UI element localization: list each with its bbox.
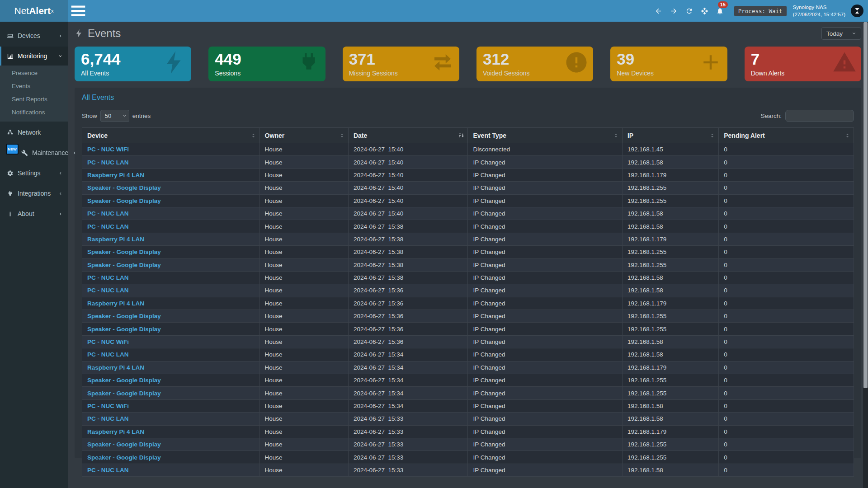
submenu-item-sent-reports[interactable]: Sent Reports xyxy=(0,93,68,106)
device-link[interactable]: Speaker - Google Display xyxy=(82,387,260,399)
nav-back-button[interactable] xyxy=(651,0,666,22)
card-sessions[interactable]: 449 Sessions xyxy=(208,47,325,81)
ip-cell: 192.168.1.255 xyxy=(622,323,718,335)
column-header-type[interactable]: Event Type xyxy=(468,128,622,143)
device-link[interactable]: Speaker - Google Display xyxy=(82,374,260,387)
column-header-owner[interactable]: Owner xyxy=(259,128,348,143)
page-scrollbar-track[interactable] xyxy=(863,22,868,488)
laptop-icon xyxy=(7,33,14,39)
card-missing-sessions[interactable]: 371 Missing Sessions xyxy=(343,47,459,81)
avatar-icon xyxy=(854,7,861,14)
entries-select[interactable]: 50 xyxy=(100,110,129,122)
device-link[interactable]: PC - NUC WiFi xyxy=(82,143,260,156)
sidebar-item-integrations[interactable]: Integrations xyxy=(0,184,68,203)
event-type-cell: IP Changed xyxy=(468,425,622,438)
table-row: Raspberry Pi 4 LAN House 2024-06-27 15:3… xyxy=(82,425,854,438)
pending-alert-cell: 0 xyxy=(719,156,854,169)
nav-forward-button[interactable] xyxy=(666,0,682,22)
nav-refresh-button[interactable] xyxy=(682,0,697,22)
stat-cards: 6,744 All Events 449 Sessions 371 Missin… xyxy=(68,42,868,88)
sidebar-item-label: Network xyxy=(18,129,41,136)
pending-alert-cell: 0 xyxy=(719,335,854,348)
sidebar-item-devices[interactable]: Devices xyxy=(0,26,68,45)
column-label: IP xyxy=(627,132,633,139)
app-logo[interactable]: NetAlertx xyxy=(0,0,68,22)
table-row: PC - NUC LAN House 2024-06-27 15:38 IP C… xyxy=(82,220,854,233)
submenu-item-presence[interactable]: Presence xyxy=(0,66,68,80)
card-voided-sessions[interactable]: 312 Voided Sessions xyxy=(476,47,593,81)
owner-cell: House xyxy=(259,399,348,412)
device-link[interactable]: PC - NUC WiFi xyxy=(82,335,260,348)
column-header-date[interactable]: Date xyxy=(348,128,468,143)
card-all-events[interactable]: 6,744 All Events xyxy=(75,47,191,81)
card-new-devices[interactable]: 39 New Devices xyxy=(610,47,727,81)
event-type-cell: IP Changed xyxy=(468,169,622,181)
event-type-cell: IP Changed xyxy=(468,323,622,335)
device-link[interactable]: Speaker - Google Display xyxy=(82,246,260,258)
table-row: Raspberry Pi 4 LAN House 2024-06-27 15:3… xyxy=(82,297,854,310)
device-link[interactable]: Speaker - Google Display xyxy=(82,438,260,450)
sidebar-item-about[interactable]: About xyxy=(0,204,68,223)
device-link[interactable]: Raspberry Pi 4 LAN xyxy=(82,297,260,310)
device-link[interactable]: PC - NUC LAN xyxy=(82,284,260,297)
sidebar-item-label: About xyxy=(18,210,34,217)
device-link[interactable]: Speaker - Google Display xyxy=(82,310,260,323)
submenu-item-notifications[interactable]: Notifications xyxy=(0,106,68,119)
pending-alert-cell: 0 xyxy=(719,194,854,207)
pending-alert-cell: 0 xyxy=(719,220,854,233)
nav-fullscreen-button[interactable] xyxy=(697,0,712,22)
device-link[interactable]: PC - NUC LAN xyxy=(82,156,260,169)
owner-cell: House xyxy=(259,374,348,387)
user-avatar[interactable] xyxy=(851,5,863,17)
plug-icon xyxy=(7,190,14,197)
submenu-item-events[interactable]: Events xyxy=(0,80,68,93)
device-link[interactable]: Raspberry Pi 4 LAN xyxy=(82,361,260,374)
date-cell: 2024-06-27 15:33 xyxy=(348,425,468,438)
notifications-button[interactable]: 15 xyxy=(712,0,728,22)
ip-cell: 192.168.1.58 xyxy=(622,413,718,425)
page-scrollbar-thumb[interactable] xyxy=(863,22,868,388)
device-link[interactable]: PC - NUC LAN xyxy=(82,464,260,476)
device-link[interactable]: Raspberry Pi 4 LAN xyxy=(82,425,260,438)
chevron-down-icon xyxy=(852,31,856,36)
owner-cell: House xyxy=(259,220,348,233)
sidebar-item-settings[interactable]: Settings xyxy=(0,164,68,183)
device-link[interactable]: PC - NUC LAN xyxy=(82,220,260,233)
date-cell: 2024-06-27 15:40 xyxy=(348,207,468,220)
date-cell: 2024-06-27 15:40 xyxy=(348,156,468,169)
table-row: PC - NUC LAN House 2024-06-27 15:40 IP C… xyxy=(82,207,854,220)
section-title: All Events xyxy=(75,88,861,103)
event-type-cell: Disconnected xyxy=(468,143,622,156)
date-cell: 2024-06-27 15:36 xyxy=(348,297,468,310)
device-link[interactable]: PC - NUC LAN xyxy=(82,271,260,284)
ip-cell: 192.168.1.179 xyxy=(622,297,718,310)
pending-alert-cell: 0 xyxy=(719,348,854,361)
device-link[interactable]: PC - NUC LAN xyxy=(82,413,260,425)
device-link[interactable]: Raspberry Pi 4 LAN xyxy=(82,233,260,245)
search-input[interactable] xyxy=(785,110,854,122)
device-link[interactable]: Raspberry Pi 4 LAN xyxy=(82,169,260,181)
sidebar-item-monitoring[interactable]: Monitoring xyxy=(0,47,68,66)
table-row: Speaker - Google Display House 2024-06-2… xyxy=(82,310,854,323)
device-link[interactable]: Speaker - Google Display xyxy=(82,323,260,335)
date-cell: 2024-06-27 15:38 xyxy=(348,258,468,271)
device-link[interactable]: Speaker - Google Display xyxy=(82,194,260,207)
date-cell: 2024-06-27 15:40 xyxy=(348,169,468,181)
column-header-device[interactable]: Device xyxy=(82,128,260,143)
table-row: Speaker - Google Display House 2024-06-2… xyxy=(82,323,854,335)
device-link[interactable]: Speaker - Google Display xyxy=(82,258,260,271)
card-down-alerts[interactable]: 7 Down Alerts xyxy=(745,47,861,81)
brand-bold: Alert xyxy=(29,5,51,16)
notification-count-badge: 15 xyxy=(718,1,728,8)
device-link[interactable]: PC - NUC LAN xyxy=(82,348,260,361)
device-link[interactable]: PC - NUC LAN xyxy=(82,207,260,220)
ip-cell: 192.168.1.58 xyxy=(622,348,718,361)
sidebar-toggle-button[interactable] xyxy=(68,0,89,22)
column-header-ip[interactable]: IP xyxy=(622,128,718,143)
device-link[interactable]: PC - NUC WiFi xyxy=(82,399,260,412)
date-range-dropdown[interactable]: Today xyxy=(821,27,861,40)
column-header-pending-alert[interactable]: Pending Alert xyxy=(719,128,854,143)
device-link[interactable]: Speaker - Google Display xyxy=(82,182,260,194)
sidebar-item-network[interactable]: Network xyxy=(0,123,68,142)
device-link[interactable]: Speaker - Google Display xyxy=(82,451,260,464)
